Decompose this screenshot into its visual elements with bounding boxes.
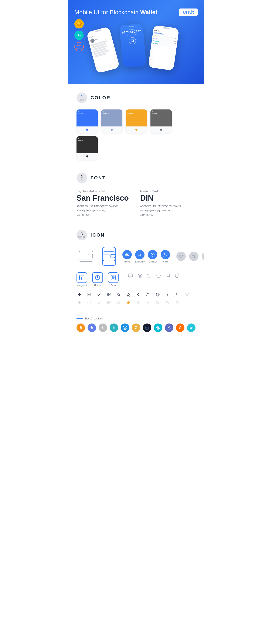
color-section-header: 1 ONE COLOR [76,92,196,103]
sf-lowercase: abcdefghijklmnopqrstuvwxyz [76,208,132,213]
icon-section: 3 THREE ICON [68,221,204,315]
icon-export [164,292,170,298]
icon-edit [86,292,92,298]
svg-marker-71 [127,301,130,304]
icon-discover-gray [202,252,204,261]
crypto-matic [176,324,184,332]
icon-construction-row: Assets Exchange Discove [76,247,196,266]
color-swatch-3: #F5A623 [126,110,147,133]
din-font-name: DIN [140,194,196,202]
icon-star-yellow [126,300,131,306]
svg-rect-38 [128,274,132,277]
ui-kit-badge: UI Kit [179,8,198,16]
icon-settings [155,292,161,298]
font-section-title: FONT [90,175,106,181]
svg-line-57 [119,295,120,296]
color-section: 1 ONE COLOR #3574FA #8DA0C8 #F5A6 [68,84,204,164]
svg-marker-80 [157,327,159,329]
svg-rect-68 [109,301,110,302]
svg-rect-15 [79,251,93,262]
color-swatch-2: #8DA0C8 [101,110,122,133]
icon-plus-gray [76,300,82,306]
crypto-aion [165,324,174,332]
svg-point-70 [117,302,120,304]
svg-point-25 [164,253,166,255]
svg-marker-22 [126,254,128,256]
icon-discover: Discover [148,250,157,263]
icon-check [96,292,102,298]
phone-mockups: Profile AI... [74,24,198,71]
font-section-header: 2 TWO FONT [76,172,196,183]
font-section: 2 TWO FONT Regular · Medium · Bold San F… [68,164,204,221]
icon-star [126,292,131,298]
sf-font-name: San Francisco [76,194,132,202]
small-icons-row2 [76,300,196,306]
app-icons-row: Mangment History [76,272,196,286]
crypto-litecoin: Ł [98,324,107,332]
din-style-label: Medium · Bold [140,190,196,193]
font-section-number: 2 TWO [76,172,87,183]
svg-rect-54 [109,296,110,296]
crypto-dash [121,324,129,332]
svg-rect-51 [107,295,108,296]
font-grid: Regular · Medium · Bold San Francisco AB… [76,190,196,217]
crypto-bitcoin: ₿ [76,324,85,332]
phone-center: myWallet $6,297,502.12 BTC ETH WAVES [119,24,146,68]
crypto-augur [110,324,118,332]
crypto-icons: ₿ Ł Z [76,324,196,332]
din-numbers: 1234567890 [140,213,196,217]
icon-edit-gray [86,300,92,306]
icon-wallet-final [102,247,116,266]
icon-assets-gray [176,252,186,261]
icon-layers [136,272,143,279]
icon-history: History [92,272,103,286]
phone-left: Profile AI... [86,26,120,74]
icon-plus [76,292,82,298]
phone-right: myWallet $6,297,502.12 ₿ BTC 738 Ξ ETH 5… [148,25,179,71]
color-swatch-5: #303030 [76,136,98,160]
icon-order: Order [108,272,118,286]
small-icons-row1 [76,292,196,298]
icon-x-gray [155,300,161,306]
icon-info [174,272,180,279]
din-lowercase: abcdefghijklmnopqrstuvwxyz [140,208,196,213]
icon-section-header: 3 THREE ICON [76,230,196,240]
svg-rect-52 [109,295,110,296]
hero-section: UI Kit Mobile UI for Blockchain Wallet P… [68,0,204,84]
icon-circle [155,272,162,279]
icon-search [116,292,122,298]
color-swatches: #3574FA #8DA0C8 #F5A623 [76,110,196,160]
svg-rect-49 [107,293,108,294]
icon-qr-gray [106,300,112,306]
font-din: Medium · Bold DIN ABCDEFGHIJKLMNOPQRSTUV… [140,190,196,217]
sf-style-label: Regular · Medium · Bold [76,190,132,193]
icon-construction-grid [76,247,96,266]
svg-rect-67 [107,301,108,302]
sf-uppercase: ABCDEFGHIJKLMNOPQRSTUVWXYZ [76,204,132,208]
icon-exchange: Exchange [135,250,144,263]
icon-assets: Assets [122,250,132,263]
icon-qr [106,292,112,298]
svg-rect-69 [107,303,108,304]
color-section-title: COLOR [90,95,110,100]
svg-marker-58 [127,293,130,296]
sf-numbers: 1234567890 [76,213,132,217]
icon-moon [146,272,152,279]
svg-point-39 [156,274,160,278]
svg-rect-18 [103,252,115,261]
icon-close [184,292,190,298]
icon-swap [174,292,180,298]
din-uppercase: ABCDEFGHIJKLMNOPQRSTUVWXYZ [140,204,196,208]
icon-chat [127,272,134,279]
svg-point-82 [191,327,192,328]
blockchain-section: BlockChain Icon ₿ Ł Z [68,315,204,338]
svg-rect-55 [110,296,110,296]
crypto-ethereum [88,324,96,332]
svg-rect-30 [80,275,84,280]
svg-rect-10 [133,40,134,41]
svg-rect-50 [109,293,110,294]
blockchain-line [76,318,83,319]
nav-icons-gray [176,252,204,261]
crypto-zcash: Z [132,324,140,332]
icon-management: Mangment [76,272,87,286]
